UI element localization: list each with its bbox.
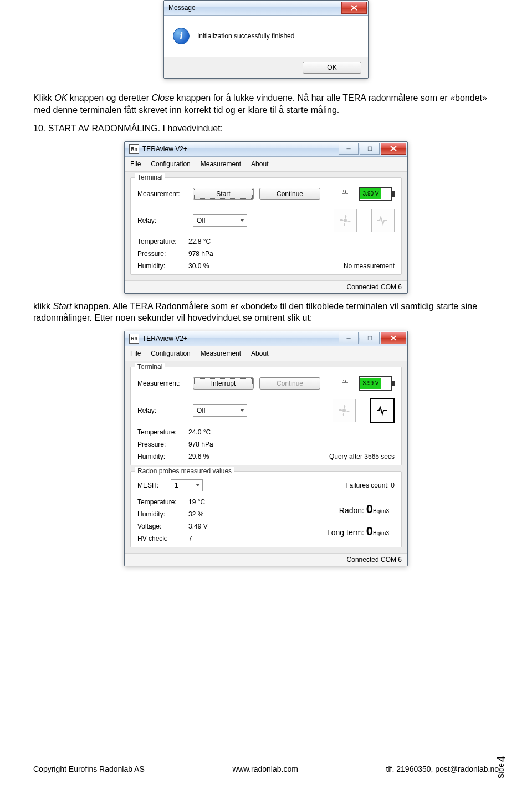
fan-icon [332, 399, 356, 422]
minimize-icon[interactable]: ─ [339, 332, 359, 344]
paragraph: klikk Start knappen. Alle TERA Radonmåle… [33, 300, 499, 324]
menu-configuration[interactable]: Configuration [151, 350, 190, 357]
teraview-window-1: Rn TERAview V2+ ─ ☐ File Configuration M… [124, 141, 408, 294]
message-dialog: Message i Initialization successfully fi… [163, 0, 369, 79]
continue-button: Continue [259, 377, 320, 390]
minimize-icon[interactable]: ─ [339, 143, 359, 155]
page-footer: Copyright Eurofins Radonlab AS www.radon… [33, 765, 499, 773]
label-temperature: Temperature: [137, 238, 188, 245]
close-icon[interactable] [381, 143, 406, 155]
menu-measurement[interactable]: Measurement [201, 350, 241, 357]
footer-copyright: Copyright Eurofins Radonlab AS [33, 765, 145, 773]
menu-file[interactable]: File [130, 160, 141, 168]
dialog-title: Message [168, 4, 196, 12]
value-pressure: 978 hPa [188, 250, 213, 258]
menu-file[interactable]: File [130, 350, 141, 357]
fan-icon [334, 209, 357, 232]
value-temperature: 22.8 °C [188, 238, 213, 245]
relay-select[interactable]: Off [193, 404, 247, 417]
label-humidity: Humidity: [137, 262, 188, 270]
paragraph: Klikk OK knappen og deretter Close knapp… [33, 92, 499, 116]
titlebar[interactable]: Rn TERAview V2+ ─ ☐ [125, 142, 407, 157]
info-icon: i [173, 28, 190, 44]
mesh-select[interactable]: 1 [171, 479, 203, 491]
value-temperature: 24.0 °C [188, 428, 213, 436]
radon-value: Radon: 0Bq/m3 [339, 502, 389, 516]
value-pressure: 978 hPa [188, 440, 213, 448]
battery-indicator: 3.99 V [359, 376, 395, 391]
pulse-icon [370, 398, 395, 423]
group-legend-terminal: Terminal [135, 363, 165, 371]
statusbar: Connected COM 6 [125, 553, 407, 566]
chevron-down-icon [196, 484, 200, 486]
maximize-icon[interactable]: ☐ [360, 332, 380, 344]
footer-web: www.radonlab.com [233, 765, 298, 773]
menubar: File Configuration Measurement About [125, 346, 407, 361]
label-temperature: Temperature: [137, 498, 188, 506]
group-legend-terminal: Terminal [135, 173, 165, 181]
close-icon[interactable] [341, 2, 367, 14]
menu-configuration[interactable]: Configuration [151, 160, 190, 168]
statusbar: Connected COM 6 [125, 280, 407, 293]
label-pressure: Pressure: [137, 250, 188, 258]
dialog-message: Initialization successfully finished [197, 32, 294, 40]
value-probe-hv: 7 [188, 535, 208, 542]
value-probe-temp: 19 °C [188, 498, 208, 506]
value-probe-hum: 32 % [188, 510, 208, 518]
label-measurement: Measurement: [137, 380, 187, 387]
label-pressure: Pressure: [137, 440, 188, 448]
longterm-value: Long term: 0Bq/m3 [327, 524, 389, 539]
menu-about[interactable]: About [251, 350, 268, 357]
value-probe-volt: 3.49 V [188, 522, 208, 530]
menubar: File Configuration Measurement About [125, 157, 407, 172]
titlebar[interactable]: Rn TERAview V2+ ─ ☐ [125, 331, 407, 346]
menu-about[interactable]: About [251, 160, 268, 168]
group-legend-probes: Radon probes measured values [135, 467, 234, 475]
start-button[interactable]: Start [193, 188, 254, 200]
charger-icon [341, 188, 351, 199]
app-icon: Rn [129, 144, 139, 154]
label-relay: Relay: [137, 217, 187, 224]
label-relay: Relay: [137, 407, 187, 414]
label-mesh: MESH: [137, 481, 171, 489]
failures-count: Failures count: 0 [345, 481, 395, 489]
window-title: TERAview V2+ [142, 335, 187, 342]
footer-contact: tlf. 21960350, post@radonlab.no [386, 765, 499, 773]
label-humidity: Humidity: [137, 453, 188, 460]
label-hvcheck: HV check: [137, 535, 188, 542]
window-title: TERAview V2+ [142, 145, 187, 153]
app-icon: Rn [129, 334, 139, 344]
svg-point-1 [342, 409, 346, 412]
value-humidity: 30.0 % [188, 262, 213, 270]
titlebar[interactable]: Message [164, 1, 368, 16]
status-no-measurement: No measurement [344, 262, 395, 270]
status-query-after: Query after 3565 secs [329, 453, 395, 460]
maximize-icon[interactable]: ☐ [360, 143, 380, 155]
ok-button[interactable]: OK [303, 62, 361, 74]
chevron-down-icon [240, 219, 244, 222]
relay-select[interactable]: Off [193, 214, 247, 227]
paragraph: 10. START AV RADONMÅLING. I hovedvinduet… [33, 122, 499, 135]
pulse-icon [371, 209, 395, 232]
value-humidity: 29.6 % [188, 453, 213, 460]
label-measurement: Measurement: [137, 190, 187, 198]
close-icon[interactable] [381, 332, 406, 344]
teraview-window-2: Rn TERAview V2+ ─ ☐ File Configuration M… [124, 331, 408, 566]
battery-indicator: 3.90 V [359, 187, 395, 201]
chevron-down-icon [240, 409, 244, 412]
interrupt-button[interactable]: Interrupt [193, 377, 254, 390]
continue-button[interactable]: Continue [259, 188, 320, 200]
label-temperature: Temperature: [137, 428, 188, 436]
svg-point-0 [344, 219, 347, 222]
charger-icon [341, 377, 351, 389]
label-voltage: Voltage: [137, 522, 188, 530]
menu-measurement[interactable]: Measurement [201, 160, 241, 168]
label-humidity: Humidity: [137, 510, 188, 518]
